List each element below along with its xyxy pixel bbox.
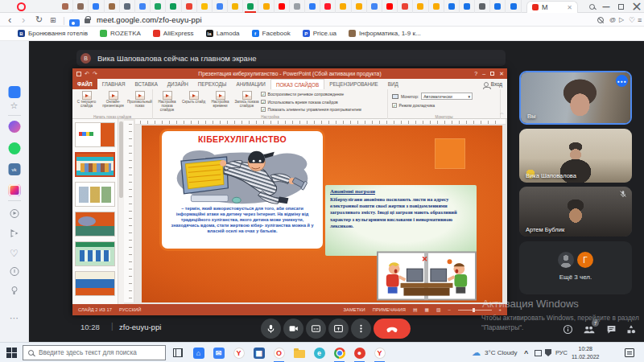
reload-icon[interactable]: ↻ (35, 13, 43, 27)
language-indicator[interactable]: РУС (555, 343, 568, 362)
sidebar-settings-icon[interactable]: ⋯ (10, 313, 19, 323)
slide-thumbnail-4[interactable] (75, 212, 115, 237)
slide-thumbnail-1[interactable] (75, 122, 115, 147)
tab-site[interactable] (429, 0, 444, 13)
tab-photos[interactable] (120, 0, 135, 13)
tab-site[interactable] (105, 0, 120, 13)
tab-site[interactable] (258, 0, 274, 13)
url-field[interactable]: meet.google.com/zfo-euyu-ppi (97, 15, 202, 24)
bookmark-item[interactable]: AliExpress (153, 30, 194, 37)
participant-tile-vika[interactable]: Вика Шаповалова (519, 129, 632, 183)
player-icon[interactable]: ▷ (619, 13, 624, 27)
whatsapp-icon[interactable] (8, 142, 20, 154)
taskbar-mail-icon[interactable]: ✉ (212, 346, 225, 360)
clock-widget[interactable]: 10:2811.02.2022 (572, 343, 600, 362)
bookmark-item[interactable]: ROZETKA (100, 30, 141, 37)
send-to-device-icon[interactable] (10, 229, 18, 237)
present-button[interactable] (328, 319, 349, 339)
vk-icon[interactable]: vk (8, 163, 20, 175)
wishlist-heart-icon[interactable]: ♡ (629, 13, 635, 27)
notes-button[interactable]: ЗАМЕТКИ (344, 307, 365, 312)
ribbon-button[interactable]: Онлайн-презентация (101, 91, 126, 109)
task-view-icon[interactable] (173, 348, 183, 357)
monitor-dropdown[interactable]: Автоматически▾ (421, 93, 473, 100)
taskbar-red-app-icon[interactable]: ● (353, 346, 366, 360)
tab-docs[interactable] (305, 0, 320, 13)
ribbon-button[interactable]: С текущего слайда (74, 91, 99, 109)
forward-icon[interactable]: › (22, 13, 25, 27)
notification-center-icon[interactable] (625, 343, 634, 362)
sign-in-button[interactable]: Вход (484, 79, 507, 89)
tab-meet[interactable] (460, 0, 475, 13)
ribbon-tab[interactable]: ПЕРЕХОДЫ (193, 79, 232, 89)
minimize-button[interactable]: – (599, 0, 613, 13)
mic-button[interactable] (261, 319, 281, 339)
tab-opera[interactable] (320, 0, 336, 13)
ribbon-tab[interactable]: АНИМАЦИИ (231, 79, 270, 89)
ribbon-tab[interactable]: ПОКАЗ СЛАЙДОВ (270, 79, 324, 89)
bookmark-item[interactable]: laLamoda (206, 30, 240, 37)
tab-docs[interactable] (475, 0, 490, 13)
ribbon-checkbox[interactable]: ✓Показать элементы управления проигрыват… (261, 107, 361, 112)
taskbar-yandex-2-icon[interactable]: Y (373, 346, 386, 360)
tab-google[interactable] (367, 0, 382, 13)
view-reading-icon[interactable]: ▧ (436, 307, 440, 312)
ribbon-button[interactable]: Настройка времени (208, 91, 233, 113)
ribbon-button[interactable]: Настройка показа слайдов (155, 91, 180, 113)
tab-sheets[interactable] (166, 0, 181, 13)
ribbon-tab[interactable]: ВИД (383, 79, 403, 89)
tab-site[interactable] (352, 0, 367, 13)
presenting-banner[interactable]: В Вика Шаповалова сейчас на главном экра… (76, 50, 506, 66)
bookmark-item[interactable]: BБронювання готелів (18, 30, 88, 37)
slide-thumbnail-5[interactable] (75, 241, 115, 266)
view-normal-icon[interactable]: ▤ (413, 307, 417, 312)
tab-docs[interactable] (213, 0, 228, 13)
adblock-icon[interactable] (597, 13, 604, 27)
thumbnail-scrollbar[interactable] (118, 119, 124, 304)
overflow-tile[interactable]: Г Ещё 3 чел. (519, 241, 632, 294)
active-tab-meet[interactable]: M ✕ (526, 1, 578, 13)
language-indicator[interactable]: РУССКИЙ (119, 307, 142, 312)
tab-close-icon[interactable]: ✕ (567, 4, 572, 11)
tab-drive[interactable] (151, 0, 166, 13)
participant-tile-self[interactable]: ●●● Вы (519, 71, 632, 125)
tab-meet[interactable] (444, 0, 460, 13)
taskbar-file-explorer-icon[interactable] (292, 346, 306, 360)
tray-expand-icon[interactable]: ^ (524, 343, 528, 362)
camera-button[interactable] (283, 319, 303, 339)
history-icon[interactable] (10, 267, 19, 276)
start-button[interactable] (6, 348, 17, 358)
taskbar-calculator-icon[interactable]: ▦ (252, 346, 266, 360)
bookmark-item[interactable]: Інформатика, 1-9 к... (349, 30, 421, 37)
bookmark-item[interactable]: PPrice.ua (303, 30, 336, 37)
bookmarks-star-icon[interactable]: ☆ (10, 101, 19, 111)
tab-tv[interactable] (89, 0, 104, 13)
zoom-out-icon[interactable]: – (448, 307, 450, 312)
end-call-button[interactable] (374, 319, 411, 339)
opera-logo-icon[interactable] (17, 2, 26, 11)
snapshot-icon[interactable]: @ (609, 13, 616, 27)
tab-google[interactable] (135, 0, 151, 13)
weather-widget[interactable]: ☁ 3°C Cloudy (472, 343, 518, 362)
player-sidebar-icon[interactable] (10, 209, 19, 218)
slide-thumbnail-2[interactable] (75, 152, 115, 177)
tab-youtube[interactable] (275, 0, 290, 13)
tab-site[interactable] (336, 0, 351, 13)
ribbon-tab[interactable]: ДИЗАЙН (163, 79, 193, 89)
comments-button[interactable]: ПРИМЕЧАНИЯ (373, 307, 406, 312)
view-sorter-icon[interactable]: ▦ (424, 307, 428, 312)
tab-slides[interactable] (228, 0, 243, 13)
highlights-icon[interactable] (11, 286, 17, 292)
tab-meet[interactable] (490, 0, 506, 13)
ribbon-button[interactable]: Скрыть слайд (181, 91, 206, 113)
back-icon[interactable]: ‹ (8, 13, 11, 27)
ribbon-button[interactable]: Произвольный показ (127, 91, 152, 109)
tab-youtube[interactable] (382, 0, 398, 13)
taskbar-edge-icon[interactable]: e (312, 346, 326, 360)
easy-setup-icon[interactable]: ≡ (638, 13, 642, 27)
ribbon-tab[interactable]: ГЛАВНАЯ (97, 79, 130, 89)
participant-tile-artem[interactable]: Артем Бублик (519, 187, 632, 237)
bookmark-item[interactable]: fFacebook (252, 30, 291, 37)
ribbon-button[interactable]: Запись показа слайдов (234, 91, 259, 113)
messenger-icon[interactable] (8, 121, 20, 133)
